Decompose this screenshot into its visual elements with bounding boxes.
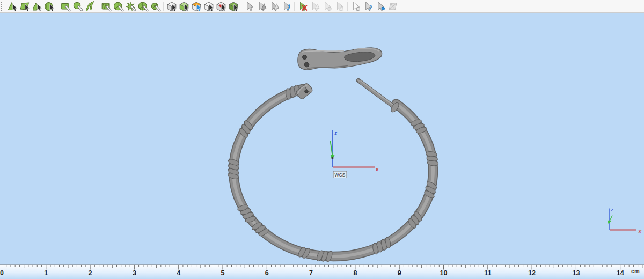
select-polygon-tool-button[interactable] (18, 1, 31, 12)
viewport-canvas[interactable]: z x WCS z X (0, 13, 644, 264)
bracelet-ring[interactable] (228, 78, 439, 262)
tri-gray-disabled-3-icon (334, 1, 345, 12)
coil-wrap-group (237, 204, 257, 223)
deselect-all-tool-button[interactable] (386, 1, 399, 12)
select-wheel-tool-button[interactable] (137, 1, 149, 12)
ruler-tick-label: 9 (398, 269, 401, 277)
ruler-tick-label: 13 (572, 269, 580, 277)
ruler-tick-label: 2 (89, 269, 92, 277)
corner-x-label: X (638, 229, 642, 234)
tri-gray-disabled-2-icon (322, 1, 333, 12)
select-through-rectangle-tool-button[interactable] (100, 1, 112, 12)
wcs-axis-indicator: z x WCS (331, 130, 379, 178)
tri-green-cursor-icon (7, 1, 18, 12)
coil-wrap-group (228, 158, 240, 180)
tri-gray-double-2-icon (269, 1, 280, 12)
ring-end-pin (356, 78, 400, 113)
ruler-tick-label: 5 (221, 269, 225, 277)
tri-gray-double-icon (257, 1, 267, 12)
ring-end-cap (295, 83, 313, 100)
toolbar-separator (241, 2, 241, 11)
quad-gray-disabled-icon (387, 1, 398, 12)
shrink-selection-tool-button[interactable] (321, 1, 333, 12)
cube-orange-blue-cursor-icon (191, 1, 202, 12)
corner-z-label: z (611, 207, 614, 212)
tri-blue-swap-icon (281, 1, 292, 12)
ruler-tick-label: 3 (133, 269, 136, 277)
coil-wrap-group (426, 151, 438, 166)
tri-red-x-icon (297, 1, 308, 12)
select-box-top-tool-button[interactable] (190, 1, 202, 12)
curve-green-icon (85, 1, 96, 12)
ruler-tick-label: 12 (528, 269, 536, 277)
bracelet-clasp[interactable] (298, 48, 382, 70)
cube-open-cursor-icon (203, 1, 214, 12)
select-spline-tool-button[interactable] (84, 1, 96, 12)
corner-axis-indicator: z X (608, 207, 642, 234)
toolbar (0, 0, 644, 13)
toolbar-items (6, 1, 399, 12)
select-cylinder-tool-button[interactable] (43, 1, 55, 12)
scene-3d-view: z x WCS z X (0, 13, 644, 264)
select-flower-tool-button[interactable] (125, 1, 137, 12)
select-rectangle-tool-button[interactable] (59, 1, 71, 12)
tri-gray-disabled-1-icon (310, 1, 320, 12)
ruler-scale: 01234567891011121314cm (0, 264, 644, 279)
tri-blue-swirl-icon (363, 1, 374, 12)
flower-green-wand-icon (126, 1, 136, 12)
cyl-green-cursor-icon (44, 1, 55, 12)
ruler-tick-label: 14 (617, 269, 624, 277)
ruler-tick-label: 7 (309, 269, 313, 277)
expand-selection-tool-button[interactable] (309, 1, 321, 12)
wheel-green-wand-icon (138, 1, 149, 12)
select-box-open-tool-button[interactable] (202, 1, 215, 12)
toolbar-separator (57, 2, 57, 11)
wcs-label: WCS (335, 172, 346, 178)
toolbar-separator (163, 2, 164, 11)
delete-selected-triangles-tool-button[interactable] (296, 1, 309, 12)
ruler-tick-label: 0 (0, 269, 4, 277)
update-selection-tool-button[interactable] (362, 1, 374, 12)
tri-outline-circle-icon (350, 1, 361, 12)
blob-green-cursor-icon (32, 1, 42, 12)
cube-green-solid-cursor-icon (228, 1, 239, 12)
ruler-tick-label: 6 (265, 269, 269, 277)
ruler-unit-label: cm (631, 268, 640, 274)
invert-selection-tool-button[interactable] (280, 1, 292, 12)
select-freeform-tool-button[interactable] (31, 1, 43, 12)
select-box-through-tool-button[interactable] (178, 1, 190, 12)
tri-gray-cursor-icon (244, 1, 255, 12)
ruler-tick-label: 4 (177, 269, 180, 277)
quad-green-cursor-icon (19, 1, 30, 12)
select-backface-triangles-tool-button[interactable] (255, 1, 268, 12)
select-visible-triangles-tool-button[interactable] (243, 1, 255, 12)
select-part-tool-button[interactable] (374, 1, 386, 12)
select-box-tool-button[interactable] (165, 1, 178, 12)
circle-green-wand-icon (72, 1, 83, 12)
ruler-tick-label: 1 (44, 269, 48, 277)
toolbar-separator (98, 2, 98, 11)
ruler-tick-label: 10 (440, 269, 448, 277)
ruler-tick-label: 8 (353, 269, 357, 277)
select-triangle-tool-button[interactable] (6, 1, 18, 12)
mesh-rect-green-icon (101, 1, 112, 12)
select-connected-tool-button[interactable] (349, 1, 362, 12)
select-wheel-small-tool-button[interactable] (149, 1, 162, 12)
select-box-solid-tool-button[interactable] (227, 1, 239, 12)
tri-blue-dot-icon (375, 1, 386, 12)
ruler-tick-label: 11 (484, 269, 491, 277)
select-pie-tool-button[interactable] (112, 1, 125, 12)
cube-white-cursor-icon (166, 1, 177, 12)
select-box-region-tool-button[interactable] (215, 1, 227, 12)
cube-green-cursor-icon (179, 1, 189, 12)
select-circle-tool-button[interactable] (71, 1, 84, 12)
toolbar-separator (347, 2, 348, 11)
select-boundary-triangles-tool-button[interactable] (268, 1, 280, 12)
coil-wrap-group (372, 237, 391, 254)
toolbar-separator (294, 2, 295, 11)
pie-green-wand-icon (113, 1, 124, 12)
cube-heart-cursor-icon (216, 1, 226, 12)
horizontal-ruler: 01234567891011121314cm (0, 264, 644, 279)
selection-options-tool-button[interactable] (333, 1, 346, 12)
toolbar-drag-handle[interactable] (1, 2, 4, 11)
